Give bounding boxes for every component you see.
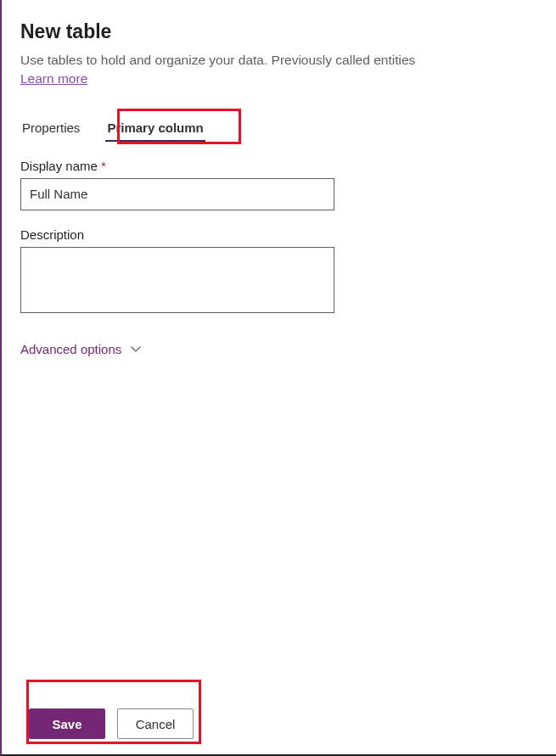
page-title: New table <box>20 20 537 43</box>
chevron-down-icon <box>130 342 142 356</box>
tab-properties[interactable]: Properties <box>20 114 81 142</box>
required-asterisk: * <box>101 159 106 173</box>
display-name-label-text: Display name <box>20 159 98 173</box>
advanced-options-label: Advanced options <box>20 342 121 356</box>
description-group: Description <box>20 227 537 316</box>
page-subtitle: Use tables to hold and organize your dat… <box>20 52 537 70</box>
tab-bar: Properties Primary column <box>20 114 537 142</box>
tab-primary-column[interactable]: Primary column <box>105 114 205 142</box>
display-name-label: Display name * <box>20 159 537 173</box>
footer-buttons: Save Cancel <box>29 708 194 739</box>
description-label: Description <box>20 227 537 242</box>
display-name-group: Display name * <box>20 159 537 210</box>
description-input[interactable] <box>20 247 334 313</box>
advanced-options-toggle[interactable]: Advanced options <box>20 342 537 356</box>
learn-more-link[interactable]: Learn more <box>20 71 537 87</box>
display-name-input[interactable] <box>20 178 334 210</box>
new-table-panel: New table Use tables to hold and organiz… <box>2 0 556 754</box>
cancel-button[interactable]: Cancel <box>117 708 194 739</box>
save-button[interactable]: Save <box>29 708 105 739</box>
